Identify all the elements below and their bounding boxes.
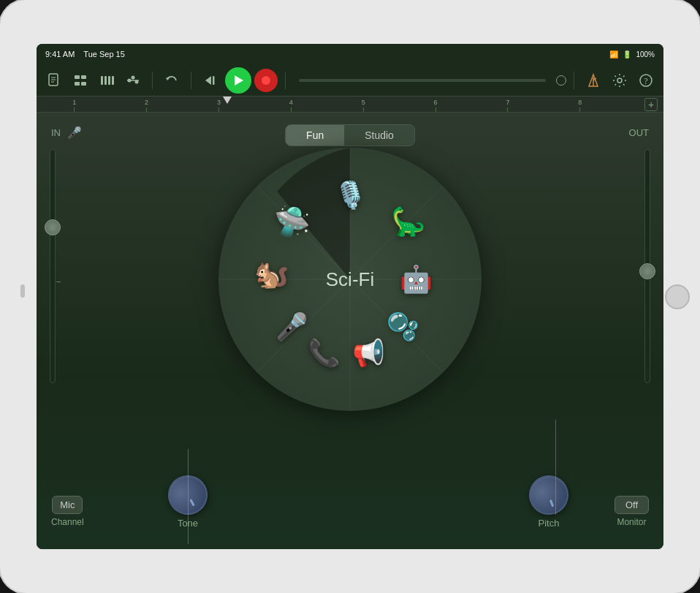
toolbar: ? (37, 64, 663, 97)
record-icon (262, 76, 270, 85)
pitch-label: Pitch (539, 518, 560, 529)
volume-area (293, 75, 566, 86)
wheel-item-bubbles[interactable]: 🫧 (387, 311, 419, 342)
toolbar-sep-4 (574, 72, 574, 89)
output-volume-slider[interactable] (644, 149, 650, 383)
ruler-mark-4: 4 (289, 99, 293, 112)
toolbar-right-group: ? (582, 69, 658, 92)
mode-toggle: Fun Studio (285, 124, 415, 146)
document-button[interactable] (42, 69, 66, 92)
pitch-knob[interactable] (523, 469, 574, 520)
tone-pointer-line (188, 449, 189, 544)
wheel-item-mic-stand[interactable]: 🎤 (275, 311, 308, 342)
battery-level: 100% (636, 50, 655, 58)
ruler-mark-6: 6 (434, 99, 438, 112)
slider-tick (56, 282, 61, 282)
svg-point-21 (617, 78, 622, 83)
monitor-container: Off Monitor (615, 496, 649, 527)
ruler-mark-8: 8 (578, 99, 582, 112)
ruler-mark-3: 3 (217, 99, 221, 112)
ipad-frame: 9:41 AM Tue Sep 15 📶 🔋 100% (0, 0, 700, 593)
eq-button[interactable] (121, 69, 145, 92)
mic-channel-container: Mic Channel (51, 496, 84, 527)
in-label: IN (51, 127, 61, 138)
svg-rect-9 (104, 76, 107, 85)
timeline-ruler: 1 2 3 4 5 6 7 8 + (37, 97, 663, 113)
svg-rect-6 (75, 82, 80, 86)
svg-marker-16 (205, 76, 211, 85)
home-button[interactable] (665, 284, 690, 309)
rewind-button[interactable] (199, 69, 222, 92)
wheel-item-robot[interactable]: 🤖 (400, 264, 433, 295)
toolbar-sep-2 (191, 72, 191, 89)
status-bar: 9:41 AM Tue Sep 15 📶 🔋 100% (37, 44, 663, 64)
status-date: Tue Sep 15 (83, 50, 124, 58)
voice-wheel-container: Sci-Fi 🛸 🎙️ 🦕 🐿️ 🤖 🎤 🫧 (218, 148, 482, 411)
mic-pencil-icon[interactable]: 🎤 (67, 126, 82, 140)
wheel-item-monster[interactable]: 🦕 (391, 205, 425, 238)
input-volume-thumb[interactable] (45, 219, 61, 235)
wheel-item-telephone[interactable]: 📞 (308, 338, 341, 369)
tracks-button[interactable] (69, 69, 92, 92)
main-content: IN 🎤 OUT Fun Studio (37, 113, 663, 549)
output-volume-thumb[interactable] (639, 263, 655, 279)
side-button[interactable] (20, 284, 25, 298)
status-left: 9:41 AM Tue Sep 15 (45, 50, 125, 58)
wifi-icon: 📶 (609, 50, 618, 58)
svg-point-13 (128, 78, 132, 82)
add-track-button[interactable]: + (644, 98, 658, 111)
fun-mode-button[interactable]: Fun (286, 125, 344, 146)
voice-wheel[interactable]: Sci-Fi 🛸 🎙️ 🦕 🐿️ 🤖 🎤 🫧 (218, 148, 482, 411)
undo-button[interactable] (160, 69, 183, 92)
svg-rect-4 (75, 75, 80, 79)
help-button[interactable]: ? (634, 69, 658, 92)
svg-rect-7 (81, 82, 86, 86)
mic-channel-button[interactable]: Mic (52, 496, 83, 514)
record-button[interactable] (254, 69, 278, 92)
battery-icon: 🔋 (623, 50, 631, 58)
status-time: 9:41 AM (45, 50, 75, 58)
svg-rect-10 (108, 76, 110, 85)
ruler-mark-2: 2 (145, 99, 148, 112)
mixer-button[interactable] (95, 69, 118, 92)
channel-label: Channel (51, 517, 84, 527)
monitor-button[interactable]: Off (615, 496, 649, 514)
pitch-control: Pitch (529, 475, 568, 529)
svg-rect-8 (101, 76, 103, 85)
screen: 9:41 AM Tue Sep 15 📶 🔋 100% (37, 44, 663, 549)
monitor-label: Monitor (617, 517, 646, 527)
ruler-mark-5: 5 (362, 99, 365, 112)
play-button[interactable] (225, 67, 251, 94)
svg-rect-17 (213, 76, 215, 85)
toolbar-sep-3 (285, 72, 286, 89)
wheel-item-ufo[interactable]: 🛸 (274, 204, 311, 238)
metronome-button[interactable] (582, 69, 605, 92)
wheel-item-microphone[interactable]: 🎙️ (334, 180, 367, 211)
input-volume-slider[interactable] (50, 149, 56, 383)
pitch-pointer-line (555, 420, 556, 515)
out-label: OUT (629, 127, 649, 138)
volume-slider[interactable] (299, 79, 546, 82)
ruler-mark-1: 1 (72, 99, 76, 112)
svg-point-15 (135, 80, 139, 83)
toolbar-left-group (42, 69, 145, 92)
wheel-item-megaphone[interactable]: 📢 (352, 338, 385, 369)
status-right: 📶 🔋 100% (609, 50, 655, 58)
ruler-mark-7: 7 (506, 99, 509, 112)
svg-rect-11 (112, 76, 114, 85)
studio-mode-button[interactable]: Studio (344, 125, 414, 146)
wheel-item-chipmunk[interactable]: 🐿️ (254, 258, 289, 290)
settings-button[interactable] (608, 69, 631, 92)
volume-circle (556, 75, 566, 86)
playhead[interactable] (223, 97, 232, 104)
toolbar-sep-1 (152, 72, 153, 89)
playhead-triangle (223, 97, 232, 104)
svg-text:?: ? (644, 76, 647, 86)
playback-group (199, 67, 278, 94)
svg-rect-5 (81, 75, 86, 79)
svg-point-14 (132, 75, 135, 79)
ruler-marks: 1 2 3 4 5 6 7 8 (42, 97, 644, 112)
